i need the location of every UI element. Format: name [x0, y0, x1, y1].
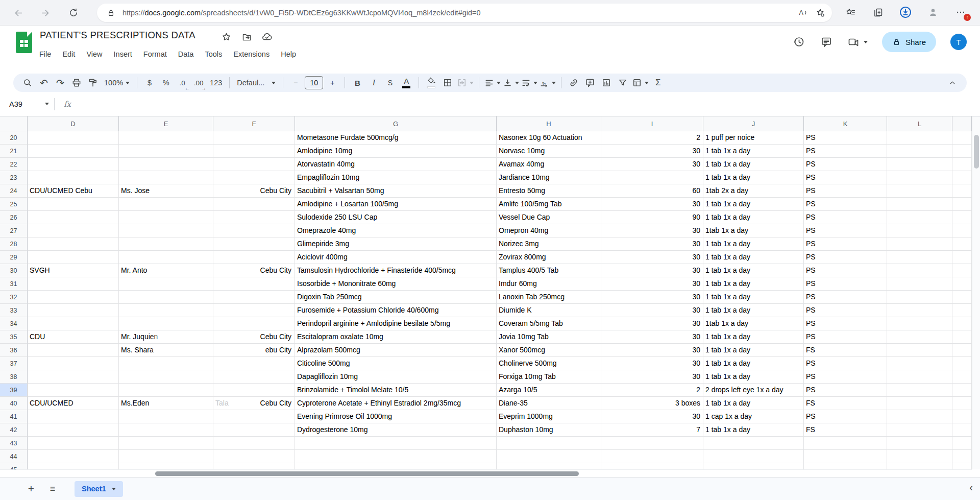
cell-F33[interactable]: [213, 304, 295, 317]
cell-J22[interactable]: 1 tab 1x a day: [703, 158, 804, 171]
cell-I41[interactable]: 30: [601, 410, 703, 423]
cell-partial-37[interactable]: [952, 357, 972, 370]
cell-H37[interactable]: Cholinerve 500mg: [497, 357, 601, 370]
row-header-23[interactable]: 23: [0, 171, 28, 184]
cell-D32[interactable]: [28, 291, 119, 304]
menu-file[interactable]: File: [34, 48, 57, 60]
cell-G31[interactable]: Isosorbide + Mononitrate 60mg: [295, 277, 497, 291]
row-header-26[interactable]: 26: [0, 211, 28, 224]
cell-E31[interactable]: [119, 277, 213, 291]
cell-K40[interactable]: FS: [804, 397, 887, 410]
cell-L35[interactable]: [887, 330, 952, 344]
cell-J21[interactable]: 1 tab 1x a day: [703, 145, 804, 158]
cell-I32[interactable]: 30: [601, 291, 703, 304]
column-header-F[interactable]: F: [213, 116, 295, 131]
cell-D34[interactable]: [28, 317, 119, 330]
cell-E33[interactable]: [119, 304, 213, 317]
cell-L40[interactable]: [887, 397, 952, 410]
cell-D44[interactable]: [28, 450, 119, 463]
share-button[interactable]: Share: [882, 32, 936, 52]
cell-G22[interactable]: Atorvastatin 40mg: [295, 158, 497, 171]
cell-K33[interactable]: PS: [804, 304, 887, 317]
cell-K38[interactable]: PS: [804, 370, 887, 384]
cell-G38[interactable]: Dapagliflozin 10mg: [295, 370, 497, 384]
cell-partial-26[interactable]: [952, 211, 972, 224]
cell-E27[interactable]: [119, 224, 213, 237]
cell-I37[interactable]: 30: [601, 357, 703, 370]
text-rotation-icon[interactable]: A: [540, 76, 556, 90]
cell-K36[interactable]: FS: [804, 344, 887, 357]
cell-L36[interactable]: [887, 344, 952, 357]
collections-icon[interactable]: [871, 5, 885, 19]
cell-H21[interactable]: Norvasc 10mg: [497, 145, 601, 158]
redo-icon[interactable]: ↷: [53, 76, 67, 90]
column-header-partial[interactable]: [952, 116, 972, 131]
cell-E42[interactable]: [119, 423, 213, 437]
cell-F37[interactable]: [213, 357, 295, 370]
cell-I31[interactable]: 30: [601, 277, 703, 291]
vertical-align-icon[interactable]: [503, 76, 519, 90]
functions-icon[interactable]: Σ: [651, 76, 665, 90]
cell-G32[interactable]: Digoxin Tab 250mcg: [295, 291, 497, 304]
cell-F20[interactable]: [213, 131, 295, 145]
cell-F38[interactable]: [213, 370, 295, 384]
decrease-font-size-button[interactable]: −: [288, 76, 303, 90]
all-sheets-icon[interactable]: ≡: [44, 480, 61, 497]
cell-J28[interactable]: 1 tab 1x a day: [703, 237, 804, 251]
cell-D31[interactable]: [28, 277, 119, 291]
increase-font-size-button[interactable]: +: [325, 76, 339, 90]
cell-G27[interactable]: Omeprazole 40mg: [295, 224, 497, 237]
cell-H38[interactable]: Forxiga 10mg Tab: [497, 370, 601, 384]
cell-H34[interactable]: Coveram 5/5mg Tab: [497, 317, 601, 330]
cell-J23[interactable]: 1 tab 1x a day: [703, 171, 804, 184]
profile-icon[interactable]: [926, 5, 940, 19]
cell-partial-36[interactable]: [952, 344, 972, 357]
cell-partial-42[interactable]: [952, 423, 972, 437]
cell-J38[interactable]: 1 tab 1x a day: [703, 370, 804, 384]
cell-partial-44[interactable]: [952, 450, 972, 463]
cell-H39[interactable]: Azarga 10/5: [497, 384, 601, 397]
fill-color-icon[interactable]: [424, 76, 438, 90]
show-side-panel-icon[interactable]: ‹: [969, 482, 973, 493]
cell-H24[interactable]: Entresto 50mg: [497, 184, 601, 198]
cell-K32[interactable]: PS: [804, 291, 887, 304]
cell-D26[interactable]: [28, 211, 119, 224]
cell-E25[interactable]: [119, 198, 213, 211]
cell-G25[interactable]: Amlodipine + Losartan 100/5mg: [295, 198, 497, 211]
cell-K41[interactable]: PS: [804, 410, 887, 423]
cell-G21[interactable]: Amlodipine 10mg: [295, 145, 497, 158]
menu-tools[interactable]: Tools: [199, 48, 228, 60]
row-header-42[interactable]: 42: [0, 423, 28, 437]
cell-G40[interactable]: Cyproterone Acetate + Ethinyl Estradiol …: [295, 397, 497, 410]
cell-K45[interactable]: [804, 463, 887, 469]
cell-partial-21[interactable]: [952, 145, 972, 158]
column-header-D[interactable]: D: [28, 116, 119, 131]
cell-partial-23[interactable]: [952, 171, 972, 184]
cell-H26[interactable]: Vessel Due Cap: [497, 211, 601, 224]
cell-I28[interactable]: 30: [601, 237, 703, 251]
cell-L41[interactable]: [887, 410, 952, 423]
select-all-corner[interactable]: [0, 116, 28, 131]
cell-I24[interactable]: 60: [601, 184, 703, 198]
column-header-G[interactable]: G: [295, 116, 497, 131]
cell-D45[interactable]: [28, 463, 119, 469]
cell-I20[interactable]: 2: [601, 131, 703, 145]
menu-help[interactable]: Help: [275, 48, 302, 60]
cell-G26[interactable]: Sulodexide 250 LSU Cap: [295, 211, 497, 224]
cell-partial-34[interactable]: [952, 317, 972, 330]
site-lock-icon[interactable]: [104, 6, 117, 19]
collapse-toolbar-icon[interactable]: [945, 76, 960, 90]
cell-E39[interactable]: [119, 384, 213, 397]
cell-G33[interactable]: Furosemide + Potassium Chloride 40/600mg: [295, 304, 497, 317]
cell-partial-20[interactable]: [952, 131, 972, 145]
cell-F29[interactable]: [213, 251, 295, 264]
cell-partial-38[interactable]: [952, 370, 972, 384]
cell-L23[interactable]: [887, 171, 952, 184]
strikethrough-icon[interactable]: S: [383, 76, 397, 90]
cell-K31[interactable]: PS: [804, 277, 887, 291]
cell-L44[interactable]: [887, 450, 952, 463]
cell-K26[interactable]: PS: [804, 211, 887, 224]
cell-H20[interactable]: Nasonex 10g 60 Actuation: [497, 131, 601, 145]
cell-L24[interactable]: [887, 184, 952, 198]
row-header-40[interactable]: 40: [0, 397, 28, 410]
